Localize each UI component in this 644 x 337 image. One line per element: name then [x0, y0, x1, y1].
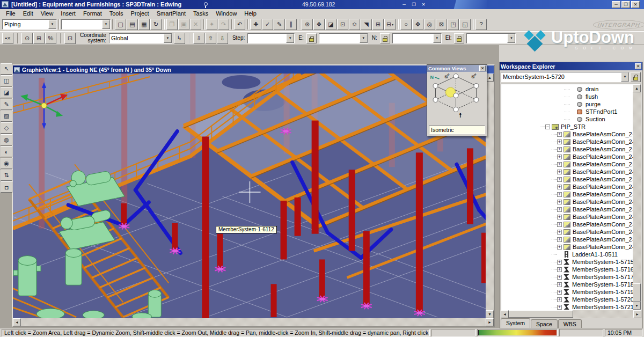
tree-item[interactable]: drain	[501, 85, 633, 93]
tree-item[interactable]: flush	[501, 93, 633, 100]
expand-icon[interactable]: +	[557, 282, 562, 287]
menu-item-insert[interactable]: Insert	[57, 10, 79, 18]
tree-item[interactable]: +BasePlateAsmConn_2-1-061	[501, 145, 633, 153]
zoom-area-icon[interactable]: ◎	[424, 19, 435, 30]
rotate-object-icon[interactable]: ◉	[1, 158, 12, 169]
previous-view-icon[interactable]: ◱	[459, 19, 471, 30]
tab-system[interactable]: System	[501, 318, 530, 328]
plane-down-icon[interactable]: ⇩	[217, 33, 228, 44]
smart-snap-icon[interactable]: ⊙	[21, 33, 33, 44]
expand-icon[interactable]: +	[557, 297, 562, 302]
expand-icon[interactable]: +	[557, 222, 562, 227]
expand-icon[interactable]: +	[557, 170, 562, 174]
measure-icon[interactable]: ∥	[286, 19, 297, 30]
view-style-icon[interactable]: ⊟▾	[384, 19, 396, 30]
dropdown-arrow-icon[interactable]: ▼	[286, 34, 294, 43]
tree-item[interactable]: −PIP_STR	[501, 123, 633, 130]
copy-icon[interactable]: ❐	[166, 19, 178, 30]
scroll-right-icon[interactable]: ►	[633, 310, 641, 318]
close-button[interactable]: ✕	[419, 1, 428, 8]
expand-icon[interactable]: +	[557, 215, 562, 219]
scroll-left-icon[interactable]: ◄	[501, 310, 509, 318]
expand-icon[interactable]: +	[557, 305, 562, 310]
reposition-target-icon[interactable]: ↳	[174, 33, 185, 44]
expand-icon[interactable]: +	[557, 207, 562, 212]
viewport-3d[interactable]: MemberSystem-1-6112	[13, 74, 486, 318]
tab-space[interactable]: Space	[531, 319, 558, 328]
expand-icon[interactable]: +	[557, 177, 562, 182]
tree-item[interactable]: STFndPort1	[501, 108, 633, 115]
tree-item[interactable]: +BasePlateAsmConn_2-1-061	[501, 160, 633, 168]
tree-item[interactable]: +BasePlateAsmConn_2-1-070	[501, 206, 633, 213]
minimize-button[interactable]: ─	[612, 1, 620, 8]
expand-icon[interactable]: +	[557, 290, 562, 295]
dropdown-arrow-icon[interactable]: ▼	[621, 72, 629, 82]
menu-item-project[interactable]: Project	[127, 10, 152, 18]
expand-icon[interactable]: +	[557, 185, 562, 189]
close-button[interactable]: ✕	[631, 1, 640, 8]
grids-icon[interactable]: ▨	[1, 111, 12, 122]
tree-item[interactable]: +BasePlateAsmConn_2-1-070	[501, 191, 633, 198]
menu-item-smartplant[interactable]: SmartPlant	[153, 10, 189, 18]
tree-item[interactable]: +BasePlateAsmConn_2-1-061	[501, 153, 633, 160]
menu-item-tasks[interactable]: Tasks	[189, 10, 212, 18]
rotate-view-icon[interactable]: ⊛	[302, 19, 313, 30]
smart-select-icon[interactable]: ◥	[361, 19, 372, 30]
scroll-down-icon[interactable]: ▼	[633, 302, 641, 310]
expand-icon[interactable]: +	[557, 275, 562, 280]
menu-item-format[interactable]: Format	[79, 10, 106, 18]
tree-item[interactable]: +BasePlateAsmConn_2-1-070	[501, 221, 633, 228]
step-dropdown[interactable]: ▼	[247, 33, 295, 43]
move-icon[interactable]: ✦	[206, 19, 217, 30]
menu-item-window[interactable]: Window	[212, 10, 240, 18]
tree-horizontal-scrollbar[interactable]: ◄ ►	[501, 310, 641, 318]
scroll-right-icon[interactable]: ►	[486, 318, 494, 326]
graphic-view-titlebar[interactable]: GraphicView:1 - Looking NE (45° from N )…	[13, 65, 494, 74]
place-linear-member-icon[interactable]: ◫	[1, 75, 12, 86]
pinpoint-icon[interactable]: ⊡	[64, 33, 76, 44]
tree-item[interactable]: +BasePlateAsmConn_2-1-060	[501, 130, 633, 138]
place-volume-icon[interactable]: ◇	[1, 122, 12, 134]
dropdown-arrow-icon[interactable]: ▼	[102, 20, 110, 29]
undo-icon[interactable]: ↶	[234, 19, 245, 30]
viewport-horizontal-scrollbar[interactable]: ◄ ►	[13, 318, 494, 326]
dropdown-arrow-icon[interactable]: ▼	[48, 20, 56, 29]
menu-item-tools[interactable]: Tools	[106, 10, 127, 18]
save-icon[interactable]: ▦	[138, 19, 150, 30]
expand-icon[interactable]: +	[557, 132, 562, 137]
coordinate-system-dropdown[interactable]: Global ▼	[109, 33, 172, 43]
menu-item-edit[interactable]: Edit	[19, 10, 37, 18]
expand-icon[interactable]: +	[557, 267, 562, 272]
menu-item-help[interactable]: Help	[240, 10, 260, 18]
expand-icon[interactable]: +	[557, 147, 562, 152]
scroll-up-icon[interactable]: ▲	[633, 84, 641, 92]
common-views-cube[interactable]: N ↙ ↙ ↑	[427, 72, 487, 124]
expand-icon[interactable]: +	[557, 162, 562, 167]
elevation-dropdown[interactable]: ▼	[466, 33, 516, 43]
restore-button[interactable]: ❐	[621, 1, 630, 8]
point-snap-icon[interactable]: •×	[2, 33, 13, 44]
title-bar[interactable]: [Untitled] : Equipment and Furnishings :…	[0, 0, 644, 9]
expand-icon[interactable]: +	[557, 230, 562, 235]
expand-icon[interactable]: +	[557, 245, 562, 250]
sketch-2d-icon[interactable]: ✎	[1, 99, 12, 110]
fit-view-icon[interactable]: ⊠	[436, 19, 447, 30]
tree-item[interactable]: +BasePlateAsmConn_2-1-070	[501, 213, 633, 221]
expand-icon[interactable]: +	[557, 155, 562, 159]
minimize-button[interactable]: ─	[400, 1, 408, 8]
tree-item[interactable]: +BasePlateAsmConn_2-1-061	[501, 183, 633, 191]
locate-filter-dropdown[interactable]: MemberSystem-1-5720 ▼	[501, 72, 630, 82]
rotate-icon[interactable]: ↷	[218, 19, 229, 30]
new-document-icon[interactable]: ▢	[115, 19, 126, 30]
refresh-icon[interactable]: ↻	[150, 19, 162, 30]
expand-icon[interactable]: +	[557, 260, 562, 265]
tree-item[interactable]: +BasePlateAsmConn_2-1-070	[501, 243, 633, 251]
workspace-explorer-titlebar[interactable]: Workspace Explorer ✕	[500, 62, 642, 70]
window-select-icon[interactable]: ◳	[448, 19, 459, 30]
tree-item[interactable]: +BasePlateAsmConn_2-1-070	[501, 236, 633, 243]
zoom-icon[interactable]: ○	[400, 19, 412, 30]
menu-item-view[interactable]: View	[37, 10, 57, 18]
zoom-star-icon[interactable]: ✩	[349, 19, 360, 30]
dropdown-arrow-icon[interactable]: ▼	[360, 34, 368, 43]
window-area-icon[interactable]: ⊡	[337, 19, 348, 30]
